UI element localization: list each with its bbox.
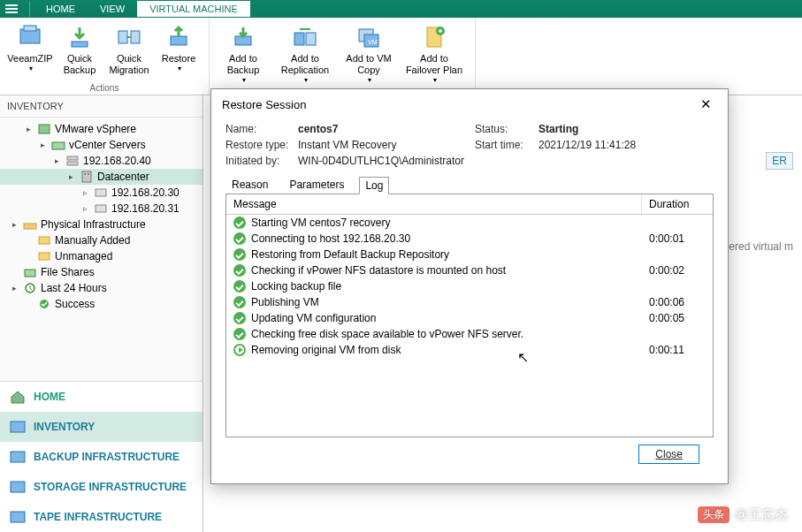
tree-node[interactable]: ▸VMware vSphere (0, 121, 202, 137)
tab-log[interactable]: Log (359, 177, 389, 194)
status-ok-icon (233, 248, 246, 261)
status-value: Starting (538, 123, 680, 135)
log-row[interactable]: Checking if vPower NFS datastore is moun… (226, 262, 713, 278)
tree-toggle-icon[interactable]: ▸ (9, 220, 19, 229)
log-row[interactable]: Publishing VM0:00:06 (226, 294, 713, 310)
svg-rect-32 (11, 512, 25, 522)
log-message: Updating VM configuration (251, 312, 376, 324)
tree-node[interactable]: ▹192.168.20.31 (0, 201, 202, 217)
ribbon-restore-button[interactable]: Restore▾ (156, 21, 202, 75)
log-row[interactable]: Starting VM centos7 recovery (226, 215, 713, 231)
nav-label: BACKUP INFRASTRUCTURE (34, 451, 179, 463)
vc-icon (51, 139, 65, 151)
status-ok-icon (233, 296, 246, 308)
svg-rect-16 (67, 156, 78, 160)
log-duration: 0:00:11 (642, 342, 713, 358)
tree-label: 192.168.20.30 (111, 186, 179, 199)
log-row[interactable]: Checking free disk space available to vP… (226, 326, 713, 342)
time-value: 2021/12/19 11:41:28 (538, 139, 680, 151)
tree-node[interactable]: ▸Datacenter (0, 169, 202, 185)
time-label: Start time: (475, 139, 538, 151)
tree-node[interactable]: ▹192.168.20.30 (0, 185, 202, 201)
phys-icon (23, 218, 37, 231)
tree-label: Manually Added (55, 234, 130, 247)
tree-toggle-icon[interactable]: ▸ (37, 141, 48, 149)
ribbon-quick-backup-button[interactable]: Quick Backup (57, 21, 103, 78)
svg-rect-17 (67, 162, 78, 165)
quick-migration-icon (115, 23, 143, 51)
log-row[interactable]: Removing original VM from disk0:00:11 (226, 342, 713, 358)
log-message: Removing original VM from disk (251, 344, 401, 356)
log-row[interactable]: Locking backup file (226, 278, 713, 294)
menu-tab-view[interactable]: VIEW (88, 1, 137, 17)
tree-node[interactable]: ▸192.168.20.40 (0, 153, 202, 169)
vi-icon (37, 123, 51, 135)
init-label: Initiated by: (225, 155, 298, 167)
nav-item[interactable]: BACKUP INFRASTRUCTURE (0, 442, 202, 472)
nav-item[interactable]: HOME (0, 382, 202, 412)
tree-node[interactable]: File Shares (0, 264, 202, 280)
tree-toggle-icon[interactable]: ▹ (80, 204, 90, 213)
nav-icon (9, 509, 27, 525)
tree-toggle-icon[interactable]: ▸ (51, 156, 62, 165)
chevron-down-icon: ▾ (178, 65, 181, 73)
svg-rect-14 (39, 125, 50, 133)
menu-tab-virtual-machine[interactable]: VIRTUAL MACHINE (137, 1, 250, 17)
ribbon-quick-migration-button[interactable]: Quick Migration (106, 21, 152, 78)
host-icon (94, 202, 108, 215)
log-message: Restoring from Default Backup Repository (251, 248, 449, 261)
svg-rect-3 (118, 31, 127, 43)
tree-node[interactable]: Success (0, 296, 202, 312)
log-row[interactable]: Restoring from Default Backup Repository (226, 247, 713, 262)
tree-toggle-icon[interactable]: ▹ (80, 188, 90, 197)
ribbon-add-replication-button[interactable]: Add to Replication▾ (273, 21, 337, 87)
nav-item[interactable]: TAPE INFRASTRUCTURE (0, 502, 202, 532)
tree-node[interactable]: ▸vCenter Servers (0, 137, 202, 153)
svg-rect-20 (88, 173, 89, 175)
tab-parameters[interactable]: Parameters (283, 176, 350, 194)
status-ok-icon (233, 217, 246, 229)
chevron-down-icon: ▾ (29, 65, 33, 73)
watermark-text: @王忘杰 (735, 506, 788, 523)
ribbon-add-backup-button[interactable]: Add to Backup▾ (217, 21, 270, 87)
dialog-tabs: Reason Parameters Log (225, 176, 714, 194)
tree-toggle-icon[interactable]: ▸ (23, 125, 34, 133)
svg-rect-21 (95, 189, 106, 196)
log-duration (642, 247, 713, 262)
tree-toggle-icon[interactable]: ▸ (9, 284, 19, 293)
ribbon-label: Add to VM Copy (342, 53, 395, 76)
chevron-down-icon: ▾ (368, 76, 371, 85)
menubar: HOME VIEW VIRTUAL MACHINE (0, 0, 802, 18)
ribbon-add-vmcopy-button[interactable]: VM Add to VM Copy▾ (340, 21, 397, 87)
log-row[interactable]: Updating VM configuration0:00:05 (226, 310, 713, 326)
nav-icon (9, 479, 27, 495)
tree-label: Unmanaged (55, 250, 112, 262)
tree-toggle-icon[interactable]: ▸ (65, 172, 76, 181)
tree-node[interactable]: Unmanaged (0, 248, 202, 264)
svg-rect-1 (24, 26, 36, 31)
menu-tab-home[interactable]: HOME (34, 1, 88, 17)
menu-toggle-icon[interactable] (5, 1, 30, 17)
chevron-down-icon: ▾ (433, 76, 437, 85)
ribbon-group-label: Actions (90, 81, 119, 93)
log-panel[interactable]: Message Duration Starting VM centos7 rec… (225, 194, 714, 437)
log-row[interactable]: Connecting to host 192.168.20.300:00:01 (226, 231, 713, 247)
nav-label: INVENTORY (34, 421, 95, 433)
dialog-close-button[interactable]: ✕ (695, 96, 717, 112)
type-value: Instant VM Recovery (298, 139, 475, 151)
ribbon-add-failover-button[interactable]: Add to Failover Plan▾ (401, 21, 468, 87)
tree-label: 192.168.20.31 (111, 202, 179, 215)
tree-node[interactable]: Manually Added (0, 232, 202, 248)
nav-item[interactable]: STORAGE INFRASTRUCTURE (0, 472, 202, 502)
tree-label: Datacenter (97, 171, 149, 183)
nav-item[interactable]: INVENTORY (0, 412, 202, 442)
tree-node[interactable]: ▸Last 24 Hours (0, 280, 202, 296)
tree-label: vCenter Servers (69, 139, 146, 151)
tree-node[interactable]: ▸Physical Infrastructure (0, 217, 202, 232)
close-button[interactable]: Close (638, 445, 699, 464)
init-value: WIN-0D4DUTLHC1Q\Administrator (298, 155, 680, 167)
sidebar: INVENTORY ▸VMware vSphere▸vCenter Server… (0, 95, 203, 532)
tab-reason[interactable]: Reason (225, 176, 274, 194)
ribbon-veeamzip-button[interactable]: VeeamZIP▾ (7, 21, 53, 75)
srv-icon (65, 155, 80, 167)
